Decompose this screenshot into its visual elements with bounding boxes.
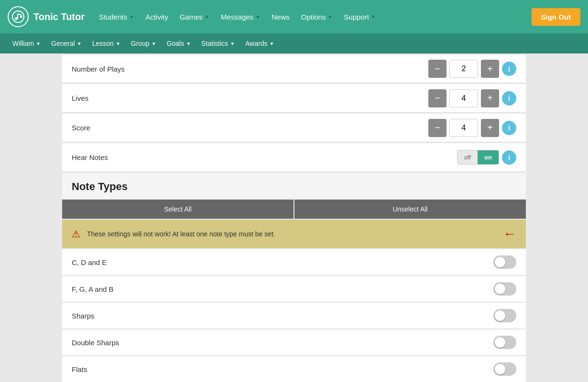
note-sharps-switch[interactable] [493,309,516,322]
note-fgab-toggle[interactable] [493,282,516,296]
lives-label: Lives [72,94,428,102]
score-value: 4 [449,119,478,137]
lesson-arrow-icon: ▼ [116,41,120,46]
number-of-plays-value: 2 [449,60,478,78]
subnav-general[interactable]: General ▼ [46,37,87,50]
hear-notes-toggle: off on [457,150,499,165]
score-controls: − 4 + i [428,119,516,137]
score-info-button[interactable]: i [502,121,516,135]
hear-notes-row: Hear Notes off on i [62,143,526,172]
nav-options[interactable]: Options ▼ [296,9,338,25]
note-fgab-knob [495,284,505,294]
note-fgab-label: F, G, A and B [72,285,493,293]
select-buttons-row: Select All Unselect All [62,200,526,219]
note-double-sharps-switch[interactable] [493,336,516,349]
unselect-all-button[interactable]: Unselect All [294,200,526,219]
sign-out-button[interactable]: Sign Out [532,8,581,26]
hear-notes-off-button[interactable]: off [457,150,478,164]
messages-arrow-icon: ▼ [255,14,260,20]
nav-support[interactable]: Support ▼ [339,9,380,25]
number-of-plays-label: Number of Plays [72,65,428,73]
general-arrow-icon: ▼ [77,41,82,46]
lives-minus-button[interactable]: − [428,89,446,107]
games-arrow-icon: ▼ [205,14,209,20]
note-sharps-toggle[interactable] [493,309,516,322]
nav-activity[interactable]: Activity [141,9,173,25]
group-arrow-icon: ▼ [152,41,156,46]
options-arrow-icon: ▼ [327,14,332,20]
number-of-plays-plus-button[interactable]: + [481,60,499,78]
awards-arrow-icon: ▼ [269,41,274,46]
svg-point-5 [20,16,22,18]
top-navigation: Tonic Tutor Students ▼ Activity Games ▼ … [0,0,588,33]
lives-value: 4 [449,89,478,107]
score-row: Score − 4 + i [62,114,526,142]
subnav-statistics[interactable]: Statistics ▼ [196,37,240,50]
note-flats-label: Flats [72,365,493,373]
note-double-sharps-toggle[interactable] [493,336,516,349]
score-label: Score [72,124,428,132]
note-types-section: Note Types [62,173,526,199]
number-of-plays-minus-button[interactable]: − [428,60,446,78]
score-minus-button[interactable]: − [428,119,446,137]
statistics-arrow-icon: ▼ [230,41,235,46]
note-flats-knob [495,364,505,374]
note-fgab-switch[interactable] [493,282,516,296]
lives-info-button[interactable]: i [502,91,516,106]
lives-controls: − 4 + i [428,89,516,107]
warning-row: ⚠ These settings will not work! At least… [62,220,526,248]
note-row-flats: Flats [62,356,526,382]
subnav-lesson[interactable]: Lesson ▼ [87,37,125,50]
logo-area: Tonic Tutor [8,6,85,27]
number-of-plays-controls: − 2 + i [428,60,516,78]
number-of-plays-info-button[interactable]: i [502,62,516,76]
subnav-group[interactable]: Group ▼ [126,37,161,50]
nav-students[interactable]: Students ▼ [94,9,139,25]
note-flats-toggle[interactable] [493,362,516,376]
note-row-cde: C, D and E [62,249,526,276]
nav-games[interactable]: Games ▼ [175,9,214,25]
note-sharps-label: Sharps [72,312,493,320]
note-cde-toggle[interactable] [493,255,516,269]
hear-notes-label: Hear Notes [72,153,457,161]
note-row-fgab: F, G, A and B [62,276,526,302]
number-of-plays-row: Number of Plays − 2 + i [62,54,526,83]
warning-message: These settings will not work! At least o… [87,230,496,238]
william-arrow-icon: ▼ [36,41,41,46]
subnav-awards[interactable]: Awards ▼ [240,37,279,50]
students-arrow-icon: ▼ [129,14,134,20]
note-flats-switch[interactable] [493,362,516,376]
warning-triangle-icon: ⚠ [72,228,80,240]
hear-notes-info-button[interactable]: i [502,150,516,165]
subnav-william[interactable]: William ▼ [8,37,45,50]
note-double-sharps-knob [495,337,505,348]
goals-arrow-icon: ▼ [186,41,191,46]
note-cde-knob [495,257,505,267]
subnav-goals[interactable]: Goals ▼ [162,37,196,50]
red-arrow-icon: ← [503,226,516,242]
note-types-title: Note Types [72,180,128,192]
note-cde-label: C, D and E [72,258,493,266]
support-arrow-icon: ▼ [371,14,376,20]
note-cde-switch[interactable] [493,255,516,269]
sub-navigation: William ▼ General ▼ Lesson ▼ Group ▼ Goa… [0,33,588,53]
main-content: Number of Plays − 2 + i Lives − 4 + i Sc… [53,54,535,382]
note-row-sharps: Sharps [62,303,526,329]
lives-row: Lives − 4 + i [62,84,526,113]
hear-notes-on-button[interactable]: on [478,150,499,164]
note-double-sharps-label: Double Sharps [72,339,493,347]
nav-messages[interactable]: Messages ▼ [216,9,265,25]
select-all-button[interactable]: Select All [62,200,294,219]
note-sharps-knob [495,310,505,321]
logo-icon [8,6,29,27]
lives-plus-button[interactable]: + [481,89,499,107]
nav-news[interactable]: News [267,9,294,25]
hear-notes-controls: off on i [457,150,516,165]
app-title: Tonic Tutor [33,11,85,22]
svg-line-3 [18,14,21,15]
score-plus-button[interactable]: + [481,119,499,137]
note-row-double-sharps: Double Sharps [62,329,526,356]
